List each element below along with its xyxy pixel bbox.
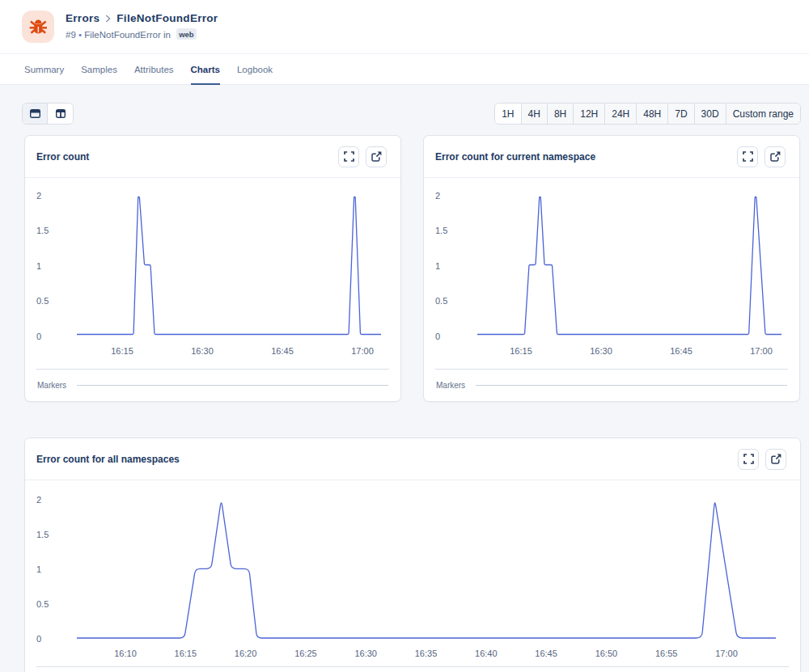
svg-text:2: 2 (435, 191, 440, 201)
svg-text:1: 1 (36, 564, 41, 574)
svg-text:0: 0 (435, 332, 440, 341)
svg-text:0.5: 0.5 (435, 296, 447, 306)
svg-text:16:45: 16:45 (271, 346, 294, 356)
svg-text:16:50: 16:50 (595, 649, 618, 658)
svg-text:0: 0 (36, 634, 41, 644)
svg-text:16:40: 16:40 (475, 649, 498, 658)
svg-text:16:20: 16:20 (235, 649, 257, 658)
svg-text:16:55: 16:55 (655, 649, 678, 658)
svg-text:17:00: 17:00 (351, 346, 374, 356)
svg-text:16:35: 16:35 (415, 649, 438, 658)
svg-text:16:30: 16:30 (191, 346, 214, 356)
svg-text:1: 1 (435, 261, 440, 271)
svg-text:0: 0 (36, 332, 41, 341)
svg-text:16:15: 16:15 (111, 346, 133, 356)
svg-text:16:30: 16:30 (354, 649, 377, 658)
svg-text:1.5: 1.5 (435, 226, 447, 235)
svg-text:16:25: 16:25 (294, 649, 317, 658)
svg-text:17:00: 17:00 (750, 346, 773, 356)
svg-text:0.5: 0.5 (36, 296, 49, 306)
svg-text:2: 2 (36, 191, 41, 201)
svg-text:16:10: 16:10 (114, 649, 137, 658)
svg-text:1: 1 (36, 261, 41, 271)
svg-text:16:45: 16:45 (535, 649, 557, 658)
svg-text:16:30: 16:30 (590, 346, 612, 356)
svg-text:0.5: 0.5 (36, 599, 49, 609)
svg-text:16:45: 16:45 (670, 346, 693, 356)
svg-text:1.5: 1.5 (36, 226, 49, 235)
svg-text:17:00: 17:00 (715, 649, 738, 658)
svg-text:16:15: 16:15 (175, 649, 197, 658)
svg-text:16:15: 16:15 (510, 346, 532, 356)
svg-text:2: 2 (36, 495, 41, 505)
svg-text:1.5: 1.5 (36, 530, 49, 539)
